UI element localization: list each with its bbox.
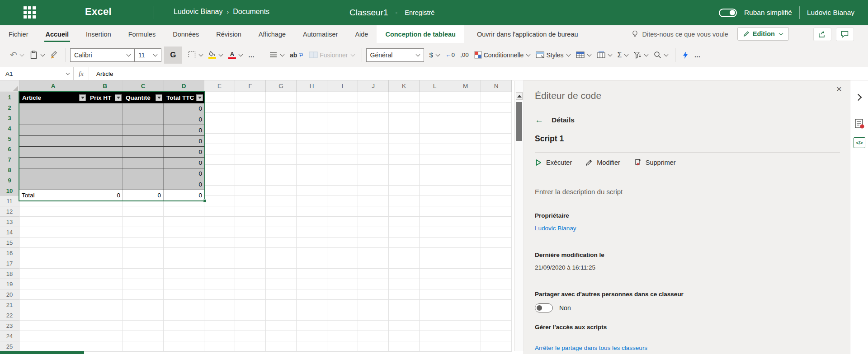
cell-F23[interactable] xyxy=(235,321,266,331)
cell-D22[interactable] xyxy=(164,310,204,321)
wrap-text-button[interactable]: ab xyxy=(287,49,306,61)
cell-J19[interactable] xyxy=(358,279,389,289)
back-button[interactable]: ← Détails xyxy=(535,115,575,125)
user-name[interactable]: Ludovic Bianay xyxy=(807,9,854,17)
cell-G25[interactable] xyxy=(266,341,297,352)
cell-L4[interactable] xyxy=(420,123,450,134)
cell-F19[interactable] xyxy=(235,279,266,289)
table-cell-A4[interactable] xyxy=(19,125,87,135)
cell-D18[interactable] xyxy=(164,269,204,279)
cell-J17[interactable] xyxy=(358,258,389,269)
font-overflow-button[interactable]: … xyxy=(245,49,258,61)
cell-L25[interactable] xyxy=(420,341,450,352)
cell-M11[interactable] xyxy=(450,196,481,206)
cell-G24[interactable] xyxy=(266,331,297,341)
column-header-a[interactable]: A xyxy=(19,80,87,92)
cell-M22[interactable] xyxy=(450,310,481,321)
table-cell-D2[interactable]: 0 xyxy=(164,103,204,114)
cell-B13[interactable] xyxy=(87,217,123,227)
cell-J5[interactable] xyxy=(358,134,389,144)
cell-H23[interactable] xyxy=(297,321,327,331)
cell-N4[interactable] xyxy=(481,123,512,134)
cell-M20[interactable] xyxy=(450,289,481,300)
row-header-11[interactable]: 11 xyxy=(0,196,19,206)
column-header-g[interactable]: G xyxy=(266,80,297,92)
cell-M3[interactable] xyxy=(450,113,481,123)
cell-E10[interactable] xyxy=(204,186,235,196)
cell-J10[interactable] xyxy=(358,186,389,196)
cell-J14[interactable] xyxy=(358,227,389,238)
cell-H19[interactable] xyxy=(297,279,327,289)
cell-N19[interactable] xyxy=(481,279,512,289)
table-total-C10[interactable]: 0 xyxy=(123,190,164,200)
cell-styles-button[interactable]: Styles xyxy=(533,49,573,61)
cell-B22[interactable] xyxy=(87,310,123,321)
cell-K17[interactable] xyxy=(389,258,420,269)
share-button[interactable] xyxy=(813,28,831,41)
cell-F16[interactable] xyxy=(235,248,266,258)
cell-G9[interactable] xyxy=(266,175,297,186)
cell-I3[interactable] xyxy=(327,113,358,123)
cell-D13[interactable] xyxy=(164,217,204,227)
cell-K12[interactable] xyxy=(389,206,420,217)
cell-A21[interactable] xyxy=(19,300,87,310)
cell-M14[interactable] xyxy=(450,227,481,238)
cell-B12[interactable] xyxy=(87,206,123,217)
format-as-table-button[interactable] xyxy=(573,49,594,61)
cell-E15[interactable] xyxy=(204,238,235,248)
cell-F6[interactable] xyxy=(235,144,266,154)
cell-A19[interactable] xyxy=(19,279,87,289)
cell-E9[interactable] xyxy=(204,175,235,186)
cell-K2[interactable] xyxy=(389,102,420,113)
cell-H15[interactable] xyxy=(297,238,327,248)
share-toggle[interactable] xyxy=(535,303,553,312)
cell-G23[interactable] xyxy=(266,321,297,331)
cell-H16[interactable] xyxy=(297,248,327,258)
table-cell-B5[interactable] xyxy=(87,136,123,146)
tab-donn-es[interactable]: Données xyxy=(164,25,208,43)
cell-F25[interactable] xyxy=(235,341,266,352)
cell-L15[interactable] xyxy=(420,238,450,248)
table-cell-A8[interactable] xyxy=(19,168,87,179)
close-icon[interactable]: × xyxy=(836,84,842,93)
cell-I8[interactable] xyxy=(327,165,358,175)
cell-N13[interactable] xyxy=(481,217,512,227)
cell-I2[interactable] xyxy=(327,102,358,113)
cell-I14[interactable] xyxy=(327,227,358,238)
cell-B20[interactable] xyxy=(87,289,123,300)
table-total-D10[interactable]: 0 xyxy=(164,190,204,200)
column-header-l[interactable]: L xyxy=(420,80,450,92)
cell-E22[interactable] xyxy=(204,310,235,321)
column-header-e[interactable]: E xyxy=(204,80,235,92)
cell-K20[interactable] xyxy=(389,289,420,300)
sheet-alert-icon[interactable] xyxy=(853,117,866,130)
breadcrumb-parent[interactable]: Ludovic Bianay xyxy=(174,8,223,16)
currency-format-button[interactable]: $ xyxy=(427,48,443,61)
cell-C22[interactable] xyxy=(123,310,164,321)
edition-mode-button[interactable]: Edition xyxy=(737,27,789,41)
row-header-6[interactable]: 6 xyxy=(0,144,19,154)
cell-K15[interactable] xyxy=(389,238,420,248)
cell-A25[interactable] xyxy=(19,341,87,352)
cell-K16[interactable] xyxy=(389,248,420,258)
cell-C16[interactable] xyxy=(123,248,164,258)
cell-J23[interactable] xyxy=(358,321,389,331)
cell-N22[interactable] xyxy=(481,310,512,321)
save-status[interactable]: Enregistré xyxy=(405,9,434,16)
cell-D25[interactable] xyxy=(164,341,204,352)
cell-K23[interactable] xyxy=(389,321,420,331)
cell-M7[interactable] xyxy=(450,154,481,165)
cell-D23[interactable] xyxy=(164,321,204,331)
row-header-4[interactable]: 4 xyxy=(0,123,19,134)
cell-L16[interactable] xyxy=(420,248,450,258)
cell-H11[interactable] xyxy=(297,196,327,206)
cell-I1[interactable] xyxy=(327,92,358,102)
cell-E8[interactable] xyxy=(204,165,235,175)
filter-dropdown-icon[interactable] xyxy=(156,94,162,101)
table-cell-D5[interactable]: 0 xyxy=(164,136,204,146)
cell-B23[interactable] xyxy=(87,321,123,331)
tab-fichier[interactable]: Fichier xyxy=(0,25,37,43)
cell-B24[interactable] xyxy=(87,331,123,341)
table-cell-A6[interactable] xyxy=(19,147,87,157)
cell-N5[interactable] xyxy=(481,134,512,144)
